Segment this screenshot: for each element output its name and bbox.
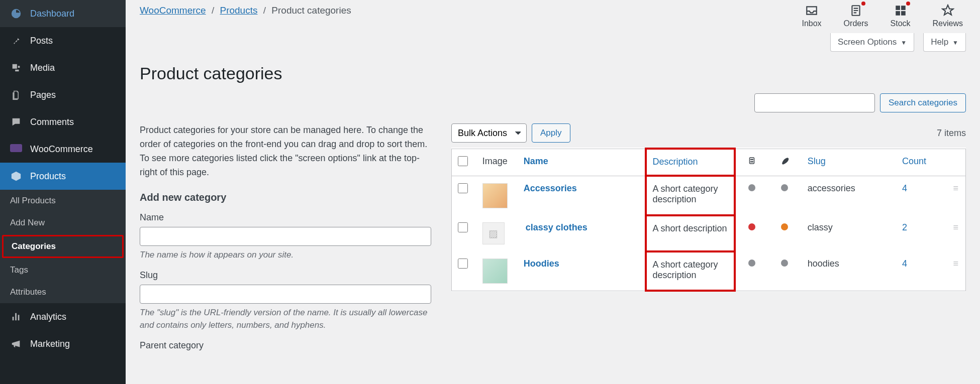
sidebar-item-analytics[interactable]: Analytics bbox=[0, 303, 126, 330]
categories-table-section: Bulk Actions Apply 7 items Image Name De… bbox=[451, 123, 966, 360]
status-dot bbox=[781, 223, 788, 230]
select-all-checkbox[interactable] bbox=[458, 156, 468, 166]
breadcrumb-woocommerce[interactable]: WooCommerce bbox=[140, 5, 206, 16]
category-description: A short category description bbox=[646, 251, 735, 291]
apply-button[interactable]: Apply bbox=[532, 123, 570, 143]
analytics-icon bbox=[9, 310, 23, 323]
sidebar-submenu-products: All Products Add New Categories Tags Att… bbox=[0, 190, 126, 303]
activity-orders[interactable]: Orders bbox=[844, 2, 868, 28]
sidebar-item-label: Comments bbox=[30, 117, 74, 127]
marketing-icon bbox=[9, 337, 23, 350]
category-name-link[interactable]: Accessories bbox=[524, 183, 577, 193]
breadcrumb-current: Product categories bbox=[271, 5, 351, 16]
search-categories-button[interactable]: Search categories bbox=[880, 93, 966, 112]
bulk-actions-select[interactable]: Bulk Actions bbox=[451, 123, 527, 143]
sidebar-sub-categories[interactable]: Categories bbox=[2, 235, 124, 258]
page-title: Product categories bbox=[140, 64, 966, 83]
col-slug[interactable]: Slug bbox=[808, 156, 826, 166]
sidebar-sub-tags[interactable]: Tags bbox=[0, 259, 126, 281]
status-dot bbox=[748, 184, 755, 191]
dashboard-icon bbox=[9, 7, 23, 20]
pages-icon bbox=[9, 88, 23, 101]
sidebar-item-woocommerce[interactable]: WooCommerce bbox=[0, 136, 126, 163]
parent-label: Parent category bbox=[140, 340, 431, 351]
col-image: Image bbox=[476, 149, 518, 176]
placeholder-thumb: ▨ bbox=[482, 222, 505, 244]
status-dot bbox=[781, 184, 788, 191]
sidebar-item-label: Posts bbox=[30, 36, 53, 46]
activity-reviews[interactable]: Reviews bbox=[933, 2, 963, 28]
sidebar-item-label: Media bbox=[30, 63, 55, 73]
row-checkbox[interactable] bbox=[458, 183, 468, 193]
sidebar-item-products[interactable]: Products bbox=[0, 163, 126, 190]
sidebar-item-label: Pages bbox=[30, 90, 56, 100]
status-dot bbox=[748, 223, 755, 230]
admin-sidebar: Dashboard Posts Media Pages Comments Woo… bbox=[0, 0, 126, 384]
category-description: A short category description bbox=[646, 176, 735, 215]
sidebar-item-label: Analytics bbox=[30, 312, 66, 322]
category-count[interactable]: 4 bbox=[902, 259, 907, 269]
category-slug: hoodies bbox=[802, 251, 896, 291]
sidebar-item-dashboard[interactable]: Dashboard bbox=[0, 0, 126, 27]
activity-inbox[interactable]: Inbox bbox=[802, 2, 821, 28]
slug-hint: The "slug" is the URL-friendly version o… bbox=[140, 307, 431, 331]
comments-icon bbox=[9, 115, 23, 129]
svg-rect-0 bbox=[10, 144, 22, 152]
search-input[interactable] bbox=[754, 93, 875, 112]
name-field[interactable] bbox=[140, 227, 431, 246]
reviews-icon bbox=[941, 2, 954, 19]
sidebar-item-comments[interactable]: Comments bbox=[0, 108, 126, 136]
sidebar-sub-add-new[interactable]: Add New bbox=[0, 212, 126, 234]
row-checkbox[interactable] bbox=[458, 259, 468, 269]
svg-rect-3 bbox=[901, 6, 906, 10]
sidebar-item-posts[interactable]: Posts bbox=[0, 27, 126, 54]
drag-handle[interactable]: ≡ bbox=[946, 251, 966, 291]
col-name[interactable]: Name bbox=[524, 156, 548, 166]
sidebar-item-label: WooCommerce bbox=[30, 144, 93, 155]
col-count[interactable]: Count bbox=[902, 156, 926, 166]
grip-column-icon bbox=[747, 157, 756, 167]
main-content: WooCommerce / Products / Product categor… bbox=[126, 0, 980, 384]
sidebar-item-media[interactable]: Media bbox=[0, 54, 126, 81]
category-thumb bbox=[482, 259, 508, 284]
svg-point-8 bbox=[752, 159, 753, 160]
breadcrumb-products[interactable]: Products bbox=[220, 5, 257, 16]
chevron-down-icon: ▼ bbox=[952, 39, 958, 46]
category-count[interactable]: 4 bbox=[902, 183, 907, 193]
sidebar-item-pages[interactable]: Pages bbox=[0, 81, 126, 108]
svg-point-9 bbox=[751, 161, 752, 162]
svg-point-7 bbox=[751, 159, 752, 160]
table-row: ▨classy clothesA short descriptionclassy… bbox=[452, 215, 966, 251]
svg-rect-6 bbox=[749, 158, 754, 164]
sidebar-item-label: Dashboard bbox=[30, 9, 74, 19]
sidebar-item-marketing[interactable]: Marketing bbox=[0, 330, 126, 357]
svg-point-10 bbox=[752, 161, 753, 162]
intro-text: Product categories for your store can be… bbox=[140, 123, 431, 180]
woo-icon bbox=[9, 143, 23, 156]
slug-label: Slug bbox=[140, 270, 431, 281]
status-dot bbox=[781, 260, 788, 267]
drag-handle[interactable]: ≡ bbox=[946, 176, 966, 215]
form-heading: Add new category bbox=[140, 192, 431, 203]
svg-rect-5 bbox=[901, 11, 906, 16]
svg-rect-4 bbox=[896, 11, 900, 16]
category-thumb bbox=[482, 183, 508, 208]
drag-handle[interactable]: ≡ bbox=[946, 215, 966, 251]
category-name-link[interactable]: Hoodies bbox=[524, 259, 559, 269]
slug-field[interactable] bbox=[140, 285, 431, 304]
col-description[interactable]: Description bbox=[653, 157, 698, 167]
sidebar-item-label: Products bbox=[30, 171, 66, 182]
add-category-form: Product categories for your store can be… bbox=[140, 123, 431, 360]
help-button[interactable]: Help▼ bbox=[923, 33, 966, 52]
activity-stock[interactable]: Stock bbox=[891, 2, 911, 28]
category-count[interactable]: 2 bbox=[902, 222, 907, 232]
sidebar-item-label: Marketing bbox=[30, 339, 70, 349]
pin-icon bbox=[9, 34, 23, 47]
sidebar-sub-all-products[interactable]: All Products bbox=[0, 190, 126, 212]
screen-options-button[interactable]: Screen Options▼ bbox=[830, 33, 914, 52]
category-name-link[interactable]: classy clothes bbox=[526, 222, 587, 232]
row-checkbox[interactable] bbox=[458, 222, 468, 232]
activity-panel: Inbox Orders Stock Reviews bbox=[802, 2, 963, 28]
items-count: 7 items bbox=[937, 128, 966, 139]
sidebar-sub-attributes[interactable]: Attributes bbox=[0, 281, 126, 303]
